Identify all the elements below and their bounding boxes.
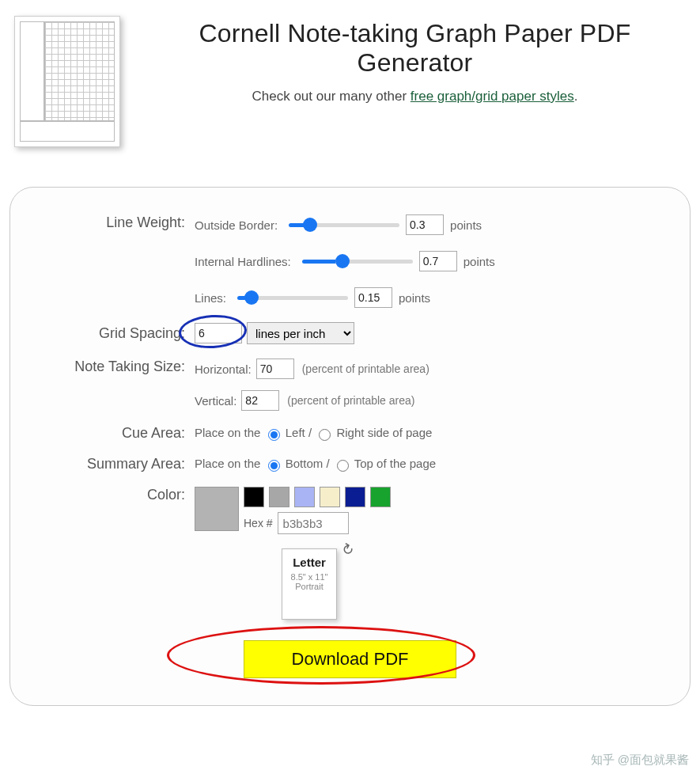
subtitle: Check out our many other free graph/grid… — [144, 89, 686, 104]
label-grid-spacing: Grid Spacing: — [32, 325, 195, 342]
paper-size-card[interactable]: ↻ Letter 8.5" x 11" Portrait — [282, 548, 337, 620]
swatch-cream[interactable] — [320, 487, 340, 507]
swatch-black[interactable] — [244, 487, 264, 507]
radio-cue-left[interactable] — [268, 429, 280, 441]
input-internal-hardlines[interactable] — [419, 251, 457, 271]
label-cue-area: Cue Area: — [32, 425, 195, 442]
page-title: Cornell Note-taking Graph Paper PDF Gene… — [144, 19, 686, 78]
label-line-weight: Line Weight: — [32, 214, 195, 231]
rotate-icon[interactable]: ↻ — [339, 540, 358, 561]
swatch-gray[interactable] — [269, 487, 289, 507]
input-grid-spacing[interactable] — [195, 323, 242, 343]
input-hex[interactable] — [278, 512, 349, 534]
input-outside-border[interactable] — [406, 214, 444, 235]
preview-thumbnail — [14, 16, 120, 147]
options-panel: Line Weight: Outside Border: points Inte… — [9, 187, 691, 706]
label-lines: Lines: — [195, 291, 226, 305]
label-outside-border: Outside Border: — [195, 218, 278, 232]
input-lines[interactable] — [354, 287, 392, 308]
label-color: Color: — [32, 487, 195, 503]
label-hex: Hex # — [244, 517, 273, 529]
swatch-navy[interactable] — [345, 487, 365, 507]
slider-internal-hardlines[interactable] — [302, 260, 413, 264]
label-internal-hardlines: Internal Hardlines: — [195, 255, 291, 268]
other-styles-link[interactable]: free graph/grid paper styles — [411, 89, 574, 104]
radio-cue-right[interactable] — [319, 429, 331, 441]
download-pdf-button[interactable]: Download PDF — [244, 640, 457, 678]
radio-summary-top[interactable] — [337, 460, 349, 472]
input-vertical[interactable] — [241, 390, 279, 411]
slider-outside-border[interactable] — [289, 223, 399, 227]
select-grid-unit[interactable]: lines per inch — [247, 322, 354, 344]
swatch-lavender[interactable] — [294, 487, 315, 507]
label-note-size: Note Taking Size: — [32, 359, 195, 375]
label-vertical: Vertical: — [195, 394, 236, 408]
swatch-green[interactable] — [370, 487, 391, 507]
input-horizontal[interactable] — [256, 359, 294, 379]
radio-summary-bottom[interactable] — [268, 460, 280, 472]
label-horizontal: Horizontal: — [195, 362, 252, 376]
label-summary-area: Summary Area: — [32, 456, 195, 472]
color-preview — [195, 487, 239, 531]
slider-lines[interactable] — [237, 296, 348, 300]
